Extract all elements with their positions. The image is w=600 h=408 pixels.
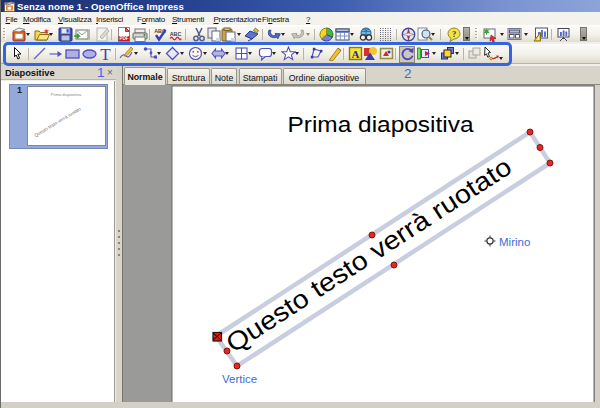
svg-text:ABC: ABC [170,31,182,37]
svg-text:Questo testo verrà ruotato: Questo testo verrà ruotato [33,106,82,138]
svg-text:Prima diapositiva: Prima diapositiva [51,92,82,97]
svg-text:Prima diapositiva: Prima diapositiva [288,113,474,137]
svg-text:PDF: PDF [120,36,129,41]
svg-text:Mirino: Mirino [499,236,530,248]
svg-text:Vertice: Vertice [222,373,257,385]
svg-text:?: ? [451,29,455,39]
